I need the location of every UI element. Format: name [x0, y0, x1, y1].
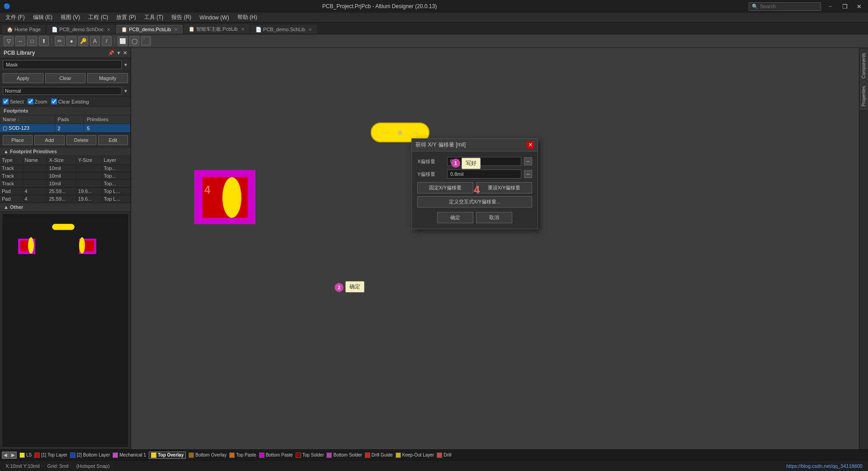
dialog-close-button[interactable]: ✕ [527, 141, 534, 149]
title-bar-left: 🔵 [4, 3, 10, 9]
delete-button[interactable]: Delete [66, 135, 96, 145]
components-tab[interactable]: Components [860, 50, 868, 82]
tab-close-pcblib[interactable]: ✕ [174, 27, 178, 32]
search-box[interactable]: 🔍 [749, 2, 821, 11]
toolbar-text-btn[interactable]: A [90, 36, 100, 46]
toolbar-key-btn[interactable]: 🔑 [78, 36, 88, 46]
layer-bottom[interactable]: [2] Bottom Layer [70, 452, 110, 458]
tab-schlib[interactable]: 📄 PCB_demo.SchLib ✕ [250, 25, 317, 34]
x-offset-minus-button[interactable]: − [524, 157, 532, 165]
minimize-button[interactable]: － [825, 1, 836, 11]
toolbar-square-btn[interactable]: ⬜ [118, 36, 127, 46]
clear-existing-checkbox[interactable] [51, 99, 57, 104]
menu-reports[interactable]: 报告 (R) [168, 13, 195, 22]
zoom-checkbox[interactable] [28, 99, 33, 104]
menu-help[interactable]: 帮助 (H) [234, 13, 261, 22]
layer-bot-overlay[interactable]: Bottom Overlay [189, 452, 226, 458]
tooltip-1: 写好 [462, 158, 481, 169]
zoom-checkbox-label[interactable]: Zoom [28, 99, 47, 104]
collapse-icon[interactable]: ▲ [4, 149, 10, 154]
y-offset-minus-button[interactable]: − [524, 170, 532, 178]
panel-pin-icon[interactable]: 📌 [108, 50, 114, 56]
fix-offset-button[interactable]: 固定X/Y偏移量 [417, 182, 473, 193]
magnify-button[interactable]: Magnify [87, 73, 128, 83]
select-checkbox[interactable] [3, 99, 9, 104]
layer-top-overlay[interactable]: Top Overlay [149, 452, 186, 459]
table-row[interactable]: ▢ SOD-123 2 5 [0, 124, 131, 133]
pth-type[interactable]: Type [0, 156, 23, 165]
menu-window[interactable]: Window (W) [196, 14, 232, 22]
define-interactive-button[interactable]: 定义交互式X/Y偏移量... [417, 196, 532, 207]
pth-xsize[interactable]: X-Size [47, 156, 76, 165]
tab-schdoc[interactable]: 📄 PCB_demo.SchDoc ✕ [47, 25, 115, 34]
dialog-ok-button[interactable]: 确定 [437, 212, 473, 223]
search-input[interactable] [760, 4, 814, 9]
apply-button[interactable]: Apply [3, 73, 43, 83]
reset-offset-button[interactable]: 重设X/Y偏移量 [476, 182, 532, 193]
add-button[interactable]: Add [34, 135, 64, 145]
toolbar-rect-btn[interactable]: □ [27, 36, 37, 46]
place-button[interactable]: Place [3, 135, 33, 145]
menu-view[interactable]: 视图 (V) [57, 13, 84, 22]
table-row: Pad 4 25.59... 19.6... Top L... [0, 195, 131, 203]
edit-button[interactable]: Edit [98, 135, 128, 145]
layer-ls[interactable]: LS [19, 452, 32, 458]
y-offset-input[interactable] [447, 170, 521, 179]
layer-color-mech1 [113, 452, 118, 458]
menu-place[interactable]: 放置 (P) [113, 13, 139, 22]
canvas-area[interactable]: ··· ⊕ ··· 4 4 获得 X/Y 偏移量 [mil] ✕ [131, 48, 859, 449]
th-name[interactable]: Name ↕ [0, 115, 55, 124]
tab-home[interactable]: 🏠 Home Page [2, 25, 46, 34]
layer-bar: ◀ ▶ LS [1] Top Layer [2] Bottom Layer Me… [0, 449, 868, 460]
other-collapse-icon[interactable]: ▲ [4, 204, 10, 210]
pth-layer[interactable]: Layer [102, 156, 130, 165]
menu-file[interactable]: 文件 (F) [2, 13, 28, 22]
properties-tab[interactable]: Properties [860, 83, 868, 110]
toolbar-filter-btn[interactable]: ▽ [4, 36, 14, 46]
layer-top-solder[interactable]: Top Solder [296, 452, 324, 458]
layer-drill[interactable]: Drill [437, 452, 451, 458]
tab-close-smartcar[interactable]: ✕ [241, 27, 245, 32]
tab-pcblib[interactable]: 📋 PCB_demo.PcbLib ✕ [116, 25, 183, 34]
clear-button[interactable]: Clear [45, 73, 86, 83]
toolbar-line-btn[interactable]: / [102, 36, 112, 46]
maximize-button[interactable]: ❐ [840, 2, 850, 11]
layer-bot-paste[interactable]: Bottom Paste [259, 452, 293, 458]
toolbar-up-btn[interactable]: ⬆ [39, 36, 49, 46]
pth-ysize[interactable]: Y-Size [76, 156, 102, 165]
tab-close-schdoc[interactable]: ✕ [107, 27, 110, 32]
select-checkbox-label[interactable]: Select [3, 99, 24, 104]
close-button[interactable]: ✕ [854, 2, 864, 11]
badge-2: 2 [335, 283, 344, 292]
normal-select[interactable]: Normal [3, 87, 122, 95]
toolbar-circle-btn[interactable]: ● [66, 36, 76, 46]
layer-bot-solder[interactable]: Bottom Solder [326, 452, 362, 458]
layer-drill-guide[interactable]: Drill Guide [365, 452, 393, 458]
toolbar-oval-btn[interactable]: ◯ [129, 36, 139, 46]
layer-next-button[interactable]: ▶ [9, 452, 17, 459]
layer-mech1[interactable]: Mechanical 1 [113, 452, 146, 458]
prim-xsize-2: 10mil [47, 180, 76, 188]
menu-tools[interactable]: 工具 (T) [141, 13, 167, 22]
th-pads[interactable]: Pads [55, 115, 84, 124]
layer-top[interactable]: [1] Top Layer [34, 452, 67, 458]
menu-project[interactable]: 工程 (C) [85, 13, 112, 22]
toolbar-route-btn[interactable]: ↔ [15, 36, 25, 46]
pill-dot-2: ⊕ [397, 129, 403, 136]
dialog-cancel-button[interactable]: 取消 [476, 212, 512, 223]
layer-keepout[interactable]: Keep-Out Layer [396, 452, 434, 458]
menu-edit[interactable]: 编辑 (E) [29, 13, 56, 22]
toolbar-fill-btn[interactable]: ⬛ [141, 36, 151, 46]
toolbar-draw-btn[interactable]: ✏ [55, 36, 65, 46]
layer-top-paste[interactable]: Top Paste [229, 452, 256, 458]
tab-smartcar[interactable]: 📋 智能车主板.PcbLib ✕ [184, 24, 250, 34]
x-offset-label: X偏移量 [417, 158, 444, 165]
pth-name[interactable]: Name [23, 156, 47, 165]
mask-select[interactable]: Mask [3, 60, 122, 69]
th-primitives[interactable]: Primitives [84, 115, 131, 124]
panel-menu-icon[interactable]: ▼ [116, 50, 121, 56]
layer-prev-button[interactable]: ◀ [2, 452, 9, 459]
tab-close-schlib[interactable]: ✕ [308, 27, 312, 32]
panel-close-icon[interactable]: ✕ [123, 50, 127, 56]
clear-existing-checkbox-label[interactable]: Clear Existing [51, 99, 89, 104]
